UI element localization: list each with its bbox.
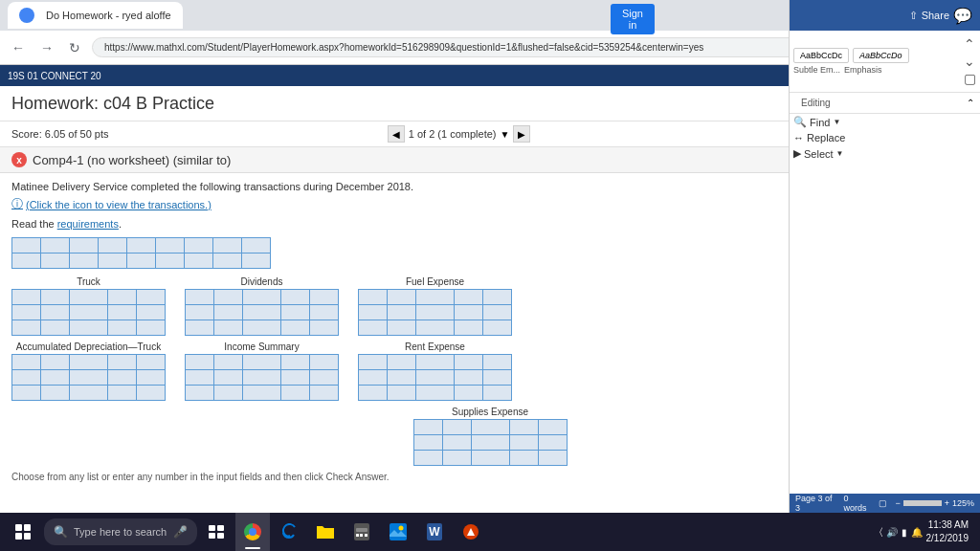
- cell-input[interactable]: [310, 355, 338, 369]
- network-icon[interactable]: 〈: [880, 526, 882, 538]
- cell-input[interactable]: [483, 320, 511, 335]
- cell-input[interactable]: [186, 386, 213, 400]
- start-button[interactable]: [4, 513, 42, 551]
- cell-input[interactable]: [12, 238, 40, 253]
- cell-input[interactable]: [70, 320, 107, 335]
- editing-collapse-icon[interactable]: ⌃: [967, 98, 974, 108]
- cell-input[interactable]: [281, 355, 309, 369]
- cell-input[interactable]: [414, 451, 442, 465]
- cell-input[interactable]: [70, 355, 107, 369]
- cell-input[interactable]: [483, 355, 511, 369]
- explorer-taskbar-icon[interactable]: [308, 513, 343, 551]
- cell-input[interactable]: [359, 355, 387, 369]
- cell-input[interactable]: [310, 305, 338, 320]
- word-taskbar-icon[interactable]: W: [417, 513, 452, 551]
- chrome-taskbar-icon[interactable]: [235, 513, 270, 551]
- edge-taskbar-icon[interactable]: [272, 513, 306, 551]
- cell-input[interactable]: [416, 355, 454, 369]
- cell-input[interactable]: [243, 320, 280, 335]
- cell-input[interactable]: [41, 355, 69, 369]
- reload-button[interactable]: ↻: [65, 36, 84, 59]
- cell-input[interactable]: [455, 320, 482, 335]
- cell-input[interactable]: [281, 320, 309, 335]
- cell-input[interactable]: [186, 370, 213, 385]
- cell-input[interactable]: [359, 320, 387, 335]
- cell-input[interactable]: [388, 386, 415, 400]
- zoom-slider[interactable]: [903, 500, 942, 506]
- cell-input[interactable]: [214, 370, 242, 385]
- cell-input[interactable]: [70, 238, 98, 253]
- sound-icon[interactable]: 🔊: [886, 527, 898, 538]
- cell-input[interactable]: [242, 253, 270, 268]
- select-button[interactable]: ▶ Select ▼: [790, 145, 980, 162]
- cell-input[interactable]: [416, 386, 454, 400]
- cell-input[interactable]: [281, 370, 309, 385]
- taskbar-search[interactable]: 🔍 Type here to search 🎤: [44, 518, 197, 545]
- cell-input[interactable]: [12, 305, 40, 320]
- cell-input[interactable]: [70, 290, 107, 304]
- sign-in-button[interactable]: Sign in: [611, 4, 655, 34]
- style-nav[interactable]: ⌃ ⌄ ▢: [964, 36, 976, 86]
- cell-input[interactable]: [472, 420, 509, 434]
- cell-input[interactable]: [539, 451, 567, 465]
- find-dropdown-icon[interactable]: ▼: [833, 118, 840, 126]
- replace-button[interactable]: ↔ Replace: [790, 130, 980, 145]
- cell-input[interactable]: [41, 320, 69, 335]
- cell-input[interactable]: [483, 370, 511, 385]
- battery-icon[interactable]: ▮: [902, 527, 907, 538]
- cell-input[interactable]: [108, 370, 136, 385]
- cell-input[interactable]: [455, 355, 482, 369]
- cell-input[interactable]: [214, 386, 242, 400]
- cell-input[interactable]: [186, 290, 213, 304]
- cell-input[interactable]: [243, 305, 280, 320]
- cell-input[interactable]: [510, 435, 538, 450]
- cell-input[interactable]: [186, 305, 213, 320]
- cell-input[interactable]: [41, 305, 69, 320]
- cell-input[interactable]: [416, 290, 454, 304]
- cell-input[interactable]: [455, 305, 482, 320]
- forward-button[interactable]: →: [36, 36, 57, 59]
- calculator-taskbar-icon[interactable]: [345, 513, 379, 551]
- cell-input[interactable]: [127, 253, 155, 268]
- cell-input[interactable]: [455, 290, 482, 304]
- cell-input[interactable]: [12, 290, 40, 304]
- app-taskbar-icon[interactable]: [454, 513, 488, 551]
- cell-input[interactable]: [472, 435, 509, 450]
- cell-input[interactable]: [416, 305, 454, 320]
- emphasis-style[interactable]: AaBbCcDo: [853, 48, 909, 63]
- cell-input[interactable]: [186, 320, 213, 335]
- cell-input[interactable]: [388, 370, 415, 385]
- cell-input[interactable]: [137, 290, 165, 304]
- cell-input[interactable]: [388, 320, 415, 335]
- cell-input[interactable]: [455, 370, 482, 385]
- cell-input[interactable]: [443, 451, 471, 465]
- find-button[interactable]: 🔍 Find ▼: [790, 114, 980, 130]
- next-page-button[interactable]: ▶: [513, 125, 530, 143]
- cell-input[interactable]: [137, 320, 165, 335]
- cell-input[interactable]: [359, 290, 387, 304]
- cell-input[interactable]: [483, 290, 511, 304]
- cell-input[interactable]: [359, 386, 387, 400]
- cell-input[interactable]: [108, 386, 136, 400]
- cell-input[interactable]: [539, 435, 567, 450]
- cell-input[interactable]: [214, 320, 242, 335]
- cell-input[interactable]: [539, 420, 567, 434]
- cell-input[interactable]: [242, 238, 270, 253]
- cell-input[interactable]: [70, 386, 107, 400]
- cell-input[interactable]: [214, 290, 242, 304]
- zoom-in-button[interactable]: +: [945, 498, 949, 508]
- cell-input[interactable]: [214, 305, 242, 320]
- cell-input[interactable]: [108, 305, 136, 320]
- cell-input[interactable]: [156, 238, 184, 253]
- cell-input[interactable]: [510, 451, 538, 465]
- subtle-emphasis-style[interactable]: AaBbCcDc: [793, 48, 849, 63]
- cell-input[interactable]: [455, 386, 482, 400]
- cell-input[interactable]: [70, 370, 107, 385]
- mic-icon[interactable]: 🎤: [173, 525, 188, 539]
- cell-input[interactable]: [185, 253, 212, 268]
- cell-input[interactable]: [12, 355, 40, 369]
- comment-icon[interactable]: 💬: [953, 7, 972, 25]
- cell-input[interactable]: [310, 386, 338, 400]
- back-button[interactable]: ←: [8, 36, 29, 59]
- cell-input[interactable]: [281, 386, 309, 400]
